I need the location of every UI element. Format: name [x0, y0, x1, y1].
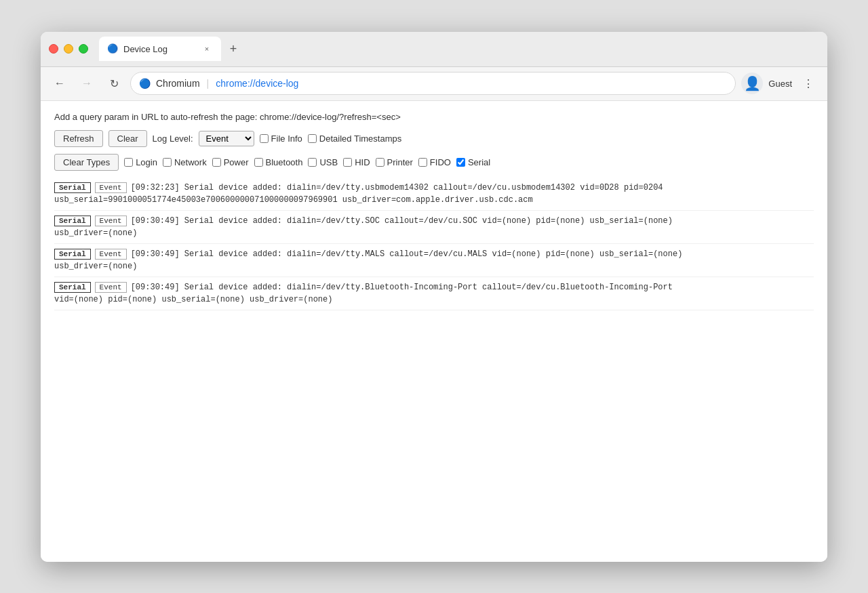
minimize-traffic-light[interactable]: [64, 44, 73, 54]
log-entry-continuation: usb_driver=(none): [54, 227, 814, 239]
type-checkbox-label-bluetooth[interactable]: Bluetooth: [254, 157, 303, 167]
log-entry-text: [09:30:49] Serial device added: dialin=/…: [131, 248, 683, 260]
tab-title: Device Log: [123, 44, 195, 54]
type-checkbox-text-power: Power: [224, 157, 249, 167]
reload-button[interactable]: ↻: [103, 73, 125, 94]
type-checkbox-text-printer: Printer: [387, 157, 413, 167]
log-entry-text: [09:30:49] Serial device added: dialin=/…: [131, 215, 673, 227]
log-tag: Serial: [54, 216, 91, 226]
clear-types-button[interactable]: Clear Types: [54, 154, 119, 171]
type-checkbox-text-serial: Serial: [468, 157, 490, 167]
page-content: Add a query param in URL to auto-refresh…: [41, 101, 827, 562]
type-checkbox-usb[interactable]: [308, 158, 317, 167]
menu-button[interactable]: ⋮: [797, 73, 819, 94]
file-info-text: File Info: [271, 134, 302, 144]
log-event-tag: Event: [95, 182, 127, 193]
type-checkbox-label-printer[interactable]: Printer: [376, 157, 413, 167]
type-checkbox-power[interactable]: [212, 158, 221, 167]
log-entries: SerialEvent[09:32:23] Serial device adde…: [54, 182, 814, 310]
file-info-label[interactable]: File Info: [260, 134, 302, 144]
log-tag: Serial: [54, 249, 91, 260]
info-bar: Add a query param in URL to auto-refresh…: [54, 112, 814, 122]
type-checkbox-network[interactable]: [163, 158, 172, 167]
controls-row: Refresh Clear Log Level: Event Debug Inf…: [54, 130, 814, 147]
log-event-tag: Event: [95, 282, 127, 293]
type-checkbox-label-network[interactable]: Network: [163, 157, 207, 167]
log-entry-header: SerialEvent[09:30:49] Serial device adde…: [54, 281, 814, 293]
type-checkbox-text-hid: HID: [355, 157, 370, 167]
detailed-timestamps-label[interactable]: Detailed Timestamps: [308, 134, 401, 144]
title-bar: 🔵 Device Log × +: [41, 32, 827, 67]
log-entry-continuation: vid=(none) pid=(none) usb_serial=(none) …: [54, 293, 814, 306]
address-host: Chromium: [156, 78, 200, 89]
log-entry-continuation: usb_driver=(none): [54, 260, 814, 272]
browser-window: 🔵 Device Log × + ← → ↻ 🔵 Chromium | chro…: [41, 32, 827, 562]
type-checkbox-text-login: Login: [136, 157, 157, 167]
log-entry-continuation: usb_serial=9901000051774e45003e700600000…: [54, 194, 814, 206]
address-path: chrome://device-log: [216, 78, 298, 89]
clear-button[interactable]: Clear: [108, 130, 147, 147]
address-bar[interactable]: 🔵 Chromium | chrome://device-log: [130, 72, 736, 95]
tab-close-button[interactable]: ×: [201, 43, 213, 55]
type-checkbox-text-bluetooth: Bluetooth: [266, 157, 303, 167]
log-entry-header: SerialEvent[09:30:49] Serial device adde…: [54, 248, 814, 260]
log-level-label: Log Level:: [153, 134, 193, 144]
file-info-checkbox[interactable]: [260, 134, 269, 143]
log-event-tag: Event: [95, 249, 127, 260]
log-entry: SerialEvent[09:30:49] Serial device adde…: [54, 281, 814, 310]
log-entry: SerialEvent[09:30:49] Serial device adde…: [54, 215, 814, 244]
log-entry-text: [09:32:23] Serial device added: dialin=/…: [131, 182, 663, 194]
type-checkbox-text-fido: FIDO: [430, 157, 451, 167]
type-checkbox-label-login[interactable]: Login: [124, 157, 157, 167]
tab-favicon: 🔵: [107, 43, 118, 54]
type-checkbox-bluetooth[interactable]: [254, 158, 263, 167]
log-entry-header: SerialEvent[09:30:49] Serial device adde…: [54, 215, 814, 227]
address-favicon: 🔵: [139, 78, 151, 89]
user-avatar[interactable]: 👤: [741, 73, 763, 94]
types-row: Clear Types LoginNetworkPowerBluetoothUS…: [54, 154, 814, 171]
active-tab[interactable]: 🔵 Device Log ×: [99, 37, 221, 61]
log-event-tag: Event: [95, 216, 127, 226]
back-button[interactable]: ←: [49, 73, 71, 94]
type-checkboxes: LoginNetworkPowerBluetoothUSBHIDPrinterF…: [124, 157, 490, 167]
tab-bar: 🔵 Device Log × +: [99, 37, 819, 61]
type-checkbox-label-usb[interactable]: USB: [308, 157, 338, 167]
forward-button[interactable]: →: [76, 73, 98, 94]
type-checkbox-hid[interactable]: [343, 158, 352, 167]
address-separator: |: [207, 78, 210, 89]
log-entry-text: [09:30:49] Serial device added: dialin=/…: [131, 281, 673, 293]
type-checkbox-label-fido[interactable]: FIDO: [418, 157, 451, 167]
nav-bar: ← → ↻ 🔵 Chromium | chrome://device-log 👤…: [41, 67, 827, 101]
user-label: Guest: [768, 79, 792, 89]
type-checkbox-label-hid[interactable]: HID: [343, 157, 370, 167]
log-entry-header: SerialEvent[09:32:23] Serial device adde…: [54, 182, 814, 194]
type-checkbox-text-network: Network: [174, 157, 207, 167]
type-checkbox-label-power[interactable]: Power: [212, 157, 249, 167]
log-tag: Serial: [54, 182, 91, 193]
close-traffic-light[interactable]: [49, 44, 58, 54]
type-checkbox-text-usb: USB: [319, 157, 338, 167]
log-entry: SerialEvent[09:32:23] Serial device adde…: [54, 182, 814, 211]
log-tag: Serial: [54, 282, 91, 293]
type-checkbox-fido[interactable]: [418, 158, 427, 167]
traffic-lights: [49, 44, 88, 54]
detailed-timestamps-checkbox[interactable]: [308, 134, 317, 143]
log-entry: SerialEvent[09:30:49] Serial device adde…: [54, 248, 814, 277]
info-text: Add a query param in URL to auto-refresh…: [54, 112, 401, 122]
log-level-select[interactable]: Event Debug Info Warning Error: [199, 131, 254, 146]
new-tab-button[interactable]: +: [224, 39, 243, 58]
type-checkbox-login[interactable]: [124, 158, 133, 167]
maximize-traffic-light[interactable]: [79, 44, 88, 54]
detailed-timestamps-text: Detailed Timestamps: [319, 134, 401, 144]
type-checkbox-label-serial[interactable]: Serial: [456, 157, 490, 167]
nav-actions: 👤 Guest ⋮: [741, 73, 819, 94]
type-checkbox-printer[interactable]: [376, 158, 384, 167]
type-checkbox-serial[interactable]: [456, 158, 465, 167]
refresh-button[interactable]: Refresh: [54, 130, 103, 147]
